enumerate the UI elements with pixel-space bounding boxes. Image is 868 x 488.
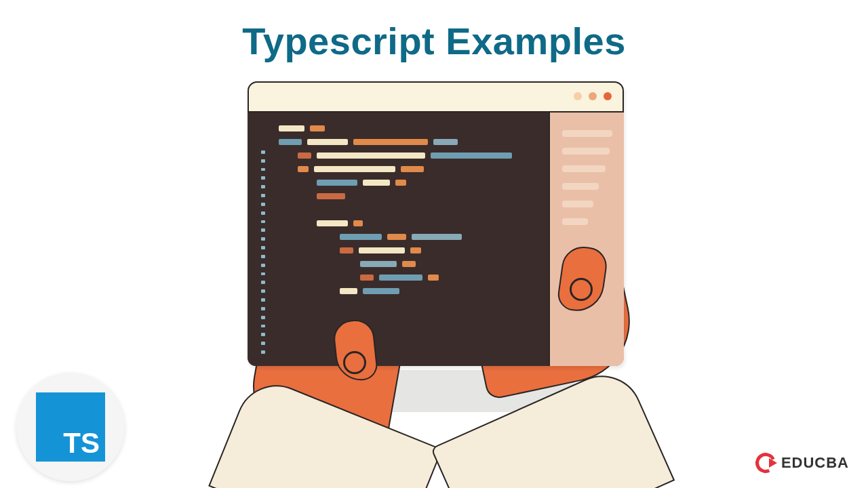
- code-line: [279, 206, 539, 214]
- code-token: [363, 288, 399, 294]
- sidebar-line: [562, 165, 606, 172]
- sidebar-line: [562, 201, 593, 207]
- code-gutter: [261, 150, 265, 354]
- code-token: [317, 180, 357, 186]
- code-token: [353, 220, 363, 226]
- code-line: [317, 192, 539, 200]
- code-token: [412, 234, 462, 240]
- code-line: [340, 247, 539, 254]
- code-token: [298, 166, 309, 172]
- code-token: [401, 166, 424, 172]
- code-token: [379, 274, 422, 281]
- code-token: [307, 139, 348, 145]
- brand-mark-icon: [755, 453, 776, 473]
- brand-logo: EDUCBA: [755, 453, 849, 473]
- code-token: [433, 139, 458, 145]
- left-thumb-circle-icon: [343, 351, 366, 374]
- code-editor-area: [248, 113, 549, 366]
- tablet-device: [248, 81, 624, 366]
- window-topbar: [248, 81, 624, 113]
- hero-illustration: [217, 75, 651, 441]
- sidebar-line: [562, 130, 612, 137]
- code-token: [317, 220, 348, 226]
- code-line: [279, 125, 539, 132]
- code-token: [353, 139, 428, 145]
- code-token: [360, 274, 374, 281]
- code-token: [310, 125, 325, 131]
- code-line: [298, 152, 539, 159]
- code-token: [317, 193, 345, 199]
- code-token: [363, 180, 390, 186]
- window-dot-icon: [589, 92, 597, 100]
- editor-sidebar: [549, 113, 624, 366]
- code-token: [360, 261, 397, 267]
- code-token: [279, 139, 302, 145]
- code-token: [395, 180, 406, 186]
- code-token: [340, 247, 353, 253]
- brand-name: EDUCBA: [781, 454, 849, 472]
- code-token: [387, 234, 406, 240]
- code-token: [340, 234, 382, 240]
- code-token: [317, 152, 425, 159]
- code-line: [317, 220, 539, 227]
- code-token: [340, 288, 357, 294]
- code-line: [360, 274, 539, 281]
- ts-logo-text: TS: [63, 429, 100, 458]
- code-line: [298, 165, 539, 173]
- code-token: [402, 261, 416, 267]
- code-token: [431, 152, 512, 159]
- code-token: [279, 125, 304, 131]
- code-lines: [279, 125, 539, 295]
- sidebar-line: [562, 218, 588, 225]
- code-token: [298, 152, 311, 159]
- code-line: [317, 179, 539, 186]
- code-token: [428, 274, 439, 281]
- code-line: [360, 260, 539, 268]
- sidebar-line: [562, 148, 610, 155]
- ts-logo-tile: TS: [36, 392, 105, 462]
- right-thumb-circle-icon: [570, 278, 593, 301]
- code-token: [359, 247, 405, 253]
- typescript-badge: TS: [16, 373, 125, 481]
- code-token: [314, 166, 395, 172]
- window-dot-icon: [604, 92, 612, 100]
- window-dot-icon: [574, 92, 582, 100]
- code-line: [340, 287, 539, 295]
- sidebar-line: [562, 183, 599, 190]
- code-token: [410, 247, 421, 253]
- page-title: Typescript Examples: [242, 19, 626, 63]
- code-line: [279, 138, 539, 146]
- code-line: [340, 233, 539, 241]
